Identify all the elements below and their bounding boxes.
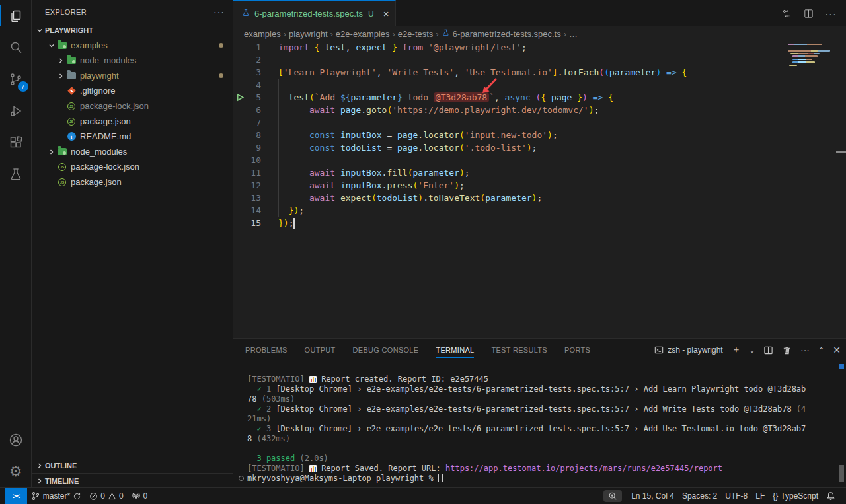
indent-guide	[299, 104, 299, 204]
problems-item[interactable]: 0 0	[85, 488, 127, 504]
tree-item-package-json[interactable]: JSpackage.json	[32, 174, 233, 190]
close-panel-icon[interactable]: ✕	[833, 345, 841, 355]
terminal-line-1: [TESTOMATIO] Report created. Report ID: …	[247, 375, 839, 384]
terminal-scrollbar[interactable]	[839, 465, 844, 482]
encoding-item[interactable]: UTF-8	[721, 491, 751, 501]
breadcrumb-item-4[interactable]: e2e-tests	[398, 29, 433, 39]
panel-tab-problems[interactable]: PROBLEMS	[245, 339, 288, 361]
source-control-icon[interactable]: 7	[0, 63, 32, 95]
zoom-indicator[interactable]	[603, 490, 622, 502]
testing-icon[interactable]	[0, 159, 32, 190]
settings-gear-icon[interactable]: ⚙	[0, 456, 32, 487]
panel-more-actions-icon[interactable]: ···	[800, 345, 810, 355]
kill-terminal-trash-icon[interactable]	[782, 345, 792, 355]
folder-green-icon	[57, 40, 67, 51]
terminal-line-3: 78 (503ms)	[247, 394, 839, 404]
split-editor-icon[interactable]	[803, 8, 814, 19]
tree-item-package-lock-json[interactable]: JSpackage-lock.json	[32, 98, 233, 114]
code-line-3[interactable]: 3['Learn Playwright', 'Write Tests', 'Us…	[233, 66, 846, 79]
code-line-8[interactable]: 8 const inputBox = page.locator('input.n…	[233, 129, 846, 141]
terminal-line-10: [TESTOMATIO] Report Saved. Report URL: h…	[247, 464, 839, 474]
tree-item--gitignore[interactable]: .gitignore	[32, 83, 233, 98]
extensions-icon[interactable]	[0, 127, 32, 159]
breadcrumb-item-5[interactable]: 6-parametrized-tests.spec.ts	[442, 28, 561, 39]
panel-tab-debug-console[interactable]: DEBUG CONSOLE	[353, 339, 419, 361]
editor-more-actions-icon[interactable]: ···	[825, 8, 837, 19]
scrollbar-decoration[interactable]	[836, 151, 846, 153]
outline-section-header[interactable]: OUTLINE	[32, 458, 233, 473]
tab-file-name: 6-parametrized-tests.spec.ts	[254, 9, 363, 18]
remote-indicator[interactable]: ><	[5, 488, 27, 504]
tree-item-examples[interactable]: examples	[32, 38, 233, 53]
breadcrumb-item-3[interactable]: e2e-examples	[336, 29, 390, 39]
terminal-dropdown-icon[interactable]: ⌄	[750, 347, 755, 354]
search-icon[interactable]	[0, 32, 32, 63]
zoom-in-icon	[608, 491, 617, 501]
panel-tab-terminal[interactable]: TERMINAL	[436, 339, 474, 361]
panel-tab-ports[interactable]: PORTS	[564, 339, 590, 361]
code-line-5[interactable]: 5 test(`Add ${parameter} todo @T3d28ab78…	[233, 91, 846, 104]
eol-item[interactable]: LF	[751, 491, 769, 501]
breadcrumb-item-2[interactable]: playwright	[289, 29, 328, 39]
workspace-section-header[interactable]: PLAYWRIGHT	[32, 23, 233, 38]
notifications-bell-icon[interactable]	[822, 491, 839, 501]
bottom-panel: PROBLEMSOUTPUTDEBUG CONSOLETERMINALTEST …	[233, 338, 846, 487]
code-line-10[interactable]: 10	[233, 154, 846, 166]
code-editor[interactable]: 1import { test, expect } from '@playwrig…	[233, 41, 846, 338]
breadcrumb-separator: ›	[330, 29, 333, 39]
tree-item-node-modules[interactable]: node_modules	[32, 53, 233, 68]
new-terminal-icon[interactable]: ＋	[732, 344, 741, 356]
open-changes-icon[interactable]	[781, 8, 792, 19]
code-line-6[interactable]: 6 await page.goto('https://demo.playwrig…	[233, 104, 846, 116]
code-line-4[interactable]: 4	[233, 79, 846, 91]
code-line-13[interactable]: 13 await expect(todoList).toHaveText(par…	[233, 192, 846, 204]
breadcrumb-item-6[interactable]: …	[569, 29, 578, 39]
terminal-instance[interactable]: zsh - playwright	[654, 345, 722, 355]
run-debug-icon[interactable]	[0, 95, 32, 127]
breadcrumb-item-1[interactable]: examples	[244, 29, 281, 39]
terminal-output[interactable]: [TESTOMATIO] Report created. Report ID: …	[233, 361, 846, 487]
panel-tab-test-results[interactable]: TEST RESULTS	[491, 339, 547, 361]
terminal-line-5: 21ms)	[247, 414, 839, 424]
explorer-icon[interactable]	[0, 0, 32, 32]
tree-item-package-lock-json[interactable]: JSpackage-lock.json	[32, 159, 233, 174]
tree-item-package-json[interactable]: JSpackage.json	[32, 114, 233, 129]
git-branch-item[interactable]: master*	[27, 488, 85, 504]
branch-icon	[31, 491, 40, 501]
close-icon[interactable]: ×	[383, 8, 389, 19]
beaker-icon	[241, 8, 250, 20]
code-line-12[interactable]: 12 await inputBox.press('Enter');	[233, 179, 846, 192]
terminal-line-6: ✓ 3 [Desktop Chrome] › e2e-examples/e2e-…	[247, 424, 839, 434]
git-untracked-badge: U	[368, 9, 374, 18]
maximize-panel-icon[interactable]: ⌃	[818, 346, 824, 355]
tab-spec-file[interactable]: 6-parametrized-tests.spec.ts U ×	[233, 0, 396, 26]
minimap[interactable]	[788, 44, 831, 68]
vscode-window: 7 ⚙ EXPLORER ··· P	[0, 0, 846, 504]
tree-item-label: examples	[71, 40, 108, 50]
panel-tab-output[interactable]: OUTPUT	[305, 339, 336, 361]
cursor-position-item[interactable]: Ln 15, Col 4	[627, 491, 678, 501]
code-line-9[interactable]: 9 const todoList = page.locator('.todo-l…	[233, 141, 846, 154]
tree-item-readme-md[interactable]: iREADME.md	[32, 129, 233, 144]
report-url-link: https://app.testomat.io/projects/mars/ru…	[445, 464, 722, 473]
code-line-7[interactable]: 7	[233, 116, 846, 129]
split-terminal-icon[interactable]	[763, 345, 773, 355]
tree-item-playwright[interactable]: playwright	[32, 68, 233, 83]
chevron-right-icon	[56, 55, 66, 66]
code-line-2[interactable]: 2	[233, 54, 846, 66]
explorer-more-actions-icon[interactable]: ···	[213, 7, 225, 17]
indentation-item[interactable]: Spaces: 2	[678, 491, 721, 501]
tree-item-node-modules[interactable]: node_modules	[32, 144, 233, 159]
code-line-11[interactable]: 11 await inputBox.fill(parameter);	[233, 166, 846, 179]
ports-item[interactable]: 0	[128, 488, 152, 504]
timeline-section-header[interactable]: TIMELINE	[32, 473, 233, 487]
indent-guide	[278, 79, 279, 217]
run-test-play-icon[interactable]	[236, 93, 245, 104]
modified-dot-badge	[219, 43, 223, 48]
scm-badge: 7	[18, 81, 28, 92]
code-line-15[interactable]: 15});	[233, 217, 846, 229]
account-icon[interactable]	[0, 424, 32, 456]
language-mode-item[interactable]: {} TypeScript	[769, 491, 822, 501]
code-line-1[interactable]: 1import { test, expect } from '@playwrig…	[233, 41, 846, 54]
code-line-14[interactable]: 14 });	[233, 204, 846, 217]
